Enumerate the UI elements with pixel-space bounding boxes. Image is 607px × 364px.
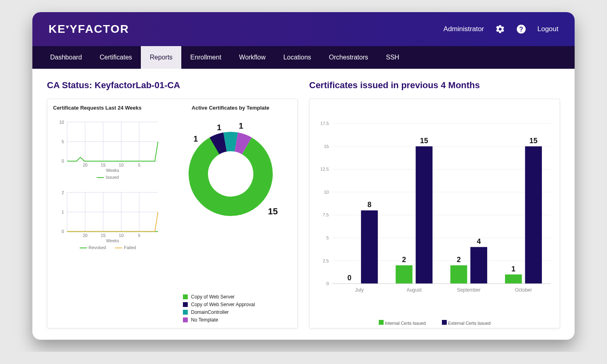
issued-line-chart: 10 5 0 20 15 10 5 Weeks (53, 113, 163, 174)
nav-item-enrollment[interactable]: Enrollment (181, 46, 230, 69)
svg-text:August: August (407, 287, 422, 293)
nav-item-dashboard[interactable]: Dashboard (41, 46, 91, 69)
bar-legend: Internal Certs Issued External Certs Iss… (310, 320, 560, 326)
svg-text:20: 20 (83, 233, 87, 238)
donut-panel: Active Certificates by Template (167, 99, 297, 328)
issued-title: Certificates issued in previous 4 Months (309, 80, 560, 91)
svg-text:5: 5 (138, 163, 140, 167)
svg-text:1: 1 (217, 123, 221, 132)
svg-text:1: 1 (239, 121, 243, 130)
svg-text:0: 0 (62, 229, 64, 234)
svg-text:October: October (515, 287, 532, 293)
issued-legend: Issued (53, 175, 163, 180)
nav-item-orchestrators[interactable]: Orchestrators (320, 46, 377, 69)
top-bar: KE▾YFACTOR Administrator ? Logout (32, 12, 575, 46)
svg-text:1: 1 (62, 210, 64, 214)
svg-text:0: 0 (347, 274, 351, 282)
issued-card: 02.557.51012.51517.508July215August24Sep… (309, 99, 560, 328)
svg-text:8: 8 (367, 201, 371, 209)
svg-rect-76 (525, 146, 542, 284)
donut-title: Active Certificates by Template (170, 105, 291, 111)
nav-item-ssh[interactable]: SSH (377, 46, 408, 69)
svg-text:15: 15 (324, 144, 329, 149)
bar-chart: 02.557.51012.51517.508July215August24Sep… (314, 104, 555, 323)
content-area: CA Status: KeyfactorLab-01-CA Certificat… (32, 69, 575, 340)
svg-text:10: 10 (59, 120, 64, 125)
svg-rect-64 (396, 265, 413, 284)
logo: KE▾YFACTOR (49, 23, 129, 36)
app-window: KE▾YFACTOR Administrator ? Logout Dashbo… (32, 12, 575, 340)
svg-text:1: 1 (511, 265, 516, 273)
requests-chart-title: Certificate Requests Last 24 Weeks (53, 105, 163, 111)
svg-text:4: 4 (477, 237, 481, 245)
svg-text:Weeks: Weeks (106, 238, 119, 243)
revoked-failed-line-chart: 2 1 0 20 15 10 5 Weeks (53, 184, 163, 244)
svg-rect-61 (361, 210, 378, 284)
svg-text:0: 0 (327, 281, 329, 286)
top-right-controls: Administrator ? Logout (444, 24, 558, 34)
svg-text:2: 2 (457, 256, 461, 264)
ca-status-card: Certificate Requests Last 24 Weeks 10 (47, 99, 298, 328)
help-icon[interactable]: ? (516, 24, 526, 34)
svg-text:15: 15 (101, 163, 106, 167)
user-label[interactable]: Administrator (444, 25, 484, 33)
svg-text:September: September (457, 287, 480, 293)
svg-text:0: 0 (62, 159, 64, 163)
donut-chart: 15 1 1 1 (170, 113, 291, 290)
svg-text:10: 10 (119, 233, 123, 238)
svg-text:5: 5 (327, 235, 329, 240)
svg-text:15: 15 (101, 233, 106, 238)
svg-rect-66 (416, 146, 433, 284)
svg-rect-71 (470, 247, 487, 284)
svg-text:2: 2 (62, 190, 64, 195)
svg-text:2.5: 2.5 (323, 258, 329, 263)
svg-text:5: 5 (138, 233, 140, 238)
svg-text:17.5: 17.5 (320, 121, 329, 126)
logout-link[interactable]: Logout (537, 25, 558, 33)
nav-item-reports[interactable]: Reports (141, 46, 181, 69)
svg-text:12.5: 12.5 (320, 167, 329, 171)
revoked-failed-legend: Revoked Failed (53, 245, 163, 250)
svg-text:15: 15 (420, 137, 428, 145)
nav-item-locations[interactable]: Locations (274, 46, 320, 69)
svg-text:Weeks: Weeks (106, 168, 119, 173)
right-column: Certificates issued in previous 4 Months… (309, 80, 560, 328)
mini-charts: Certificate Requests Last 24 Weeks 10 (47, 99, 167, 328)
left-column: CA Status: KeyfactorLab-01-CA Certificat… (47, 80, 298, 328)
svg-text:1: 1 (193, 134, 198, 143)
svg-text:10: 10 (119, 163, 123, 167)
donut-legend: Copy of Web Server Copy of Web Server Ap… (170, 292, 291, 325)
svg-text:10: 10 (324, 190, 329, 195)
svg-text:5: 5 (62, 139, 64, 144)
svg-text:15: 15 (268, 206, 278, 216)
svg-text:?: ? (519, 26, 523, 33)
nav-item-certificates[interactable]: Certificates (91, 46, 141, 69)
svg-text:2: 2 (402, 256, 406, 264)
main-nav: DashboardCertificatesReportsEnrollmentWo… (32, 46, 575, 69)
ca-status-title: CA Status: KeyfactorLab-01-CA (47, 80, 298, 91)
svg-text:7.5: 7.5 (323, 212, 329, 217)
gear-icon[interactable] (495, 24, 505, 34)
svg-rect-69 (450, 265, 467, 284)
svg-text:July: July (355, 287, 364, 293)
svg-text:15: 15 (529, 137, 537, 145)
svg-text:20: 20 (83, 163, 87, 167)
svg-rect-74 (505, 275, 522, 284)
nav-item-workflow[interactable]: Workflow (230, 46, 275, 69)
